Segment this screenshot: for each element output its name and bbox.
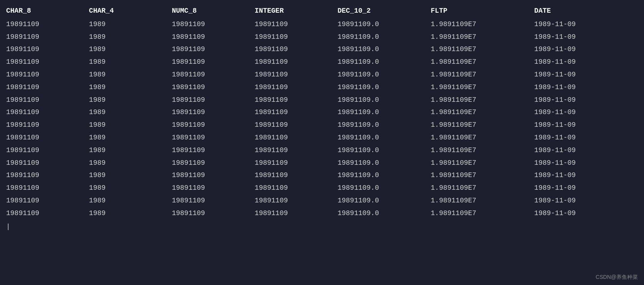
cell-integer: 19891109 bbox=[255, 131, 338, 144]
table-row: 198911091989198911091989110919891109.01.… bbox=[6, 31, 638, 43]
cell-integer: 19891109 bbox=[255, 182, 338, 194]
cell-fltp: 1.9891109E7 bbox=[431, 157, 534, 169]
cell-dec102: 19891109.0 bbox=[337, 169, 431, 182]
cell-numc8: 19891109 bbox=[172, 169, 255, 182]
table-row: 198911091989198911091989110919891109.01.… bbox=[6, 106, 638, 119]
cell-fltp: 1.9891109E7 bbox=[431, 56, 534, 68]
cell-numc8: 19891109 bbox=[172, 18, 255, 31]
table-row: 198911091989198911091989110919891109.01.… bbox=[6, 207, 638, 220]
cell-char4: 1989 bbox=[89, 94, 172, 106]
table-row: 198911091989198911091989110919891109.01.… bbox=[6, 144, 638, 157]
table-row: 198911091989198911091989110919891109.01.… bbox=[6, 43, 638, 56]
table-row: 198911091989198911091989110919891109.01.… bbox=[6, 131, 638, 144]
cell-char4: 1989 bbox=[89, 169, 172, 182]
cell-char4: 1989 bbox=[89, 43, 172, 56]
table-header-row: CHAR_8CHAR_4NUMC_8INTEGERDEC_10_2FLTPDAT… bbox=[6, 4, 638, 18]
cell-date: 1989-11-09 bbox=[534, 169, 638, 182]
cell-char8: 19891109 bbox=[6, 182, 89, 194]
cell-dec102: 19891109.0 bbox=[337, 68, 431, 81]
cell-char4: 1989 bbox=[89, 119, 172, 131]
cell-dec102: 19891109.0 bbox=[337, 94, 431, 106]
data-table: CHAR_8CHAR_4NUMC_8INTEGERDEC_10_2FLTPDAT… bbox=[6, 4, 638, 220]
cell-integer: 19891109 bbox=[255, 18, 338, 31]
cell-numc8: 19891109 bbox=[172, 56, 255, 68]
cell-char4: 1989 bbox=[89, 106, 172, 119]
cell-char4: 1989 bbox=[89, 31, 172, 43]
cell-date: 1989-11-09 bbox=[534, 43, 638, 56]
cell-char8: 19891109 bbox=[6, 106, 89, 119]
cell-dec102: 19891109.0 bbox=[337, 182, 431, 194]
cell-char8: 19891109 bbox=[6, 68, 89, 81]
cell-char8: 19891109 bbox=[6, 207, 89, 220]
cell-char4: 1989 bbox=[89, 68, 172, 81]
cell-char8: 19891109 bbox=[6, 157, 89, 169]
column-header-fltp: FLTP bbox=[431, 4, 534, 18]
cell-dec102: 19891109.0 bbox=[337, 194, 431, 207]
column-header-dec102: DEC_10_2 bbox=[337, 4, 431, 18]
cell-numc8: 19891109 bbox=[172, 106, 255, 119]
cell-fltp: 1.9891109E7 bbox=[431, 131, 534, 144]
cell-numc8: 19891109 bbox=[172, 119, 255, 131]
cell-integer: 19891109 bbox=[255, 207, 338, 220]
cell-date: 1989-11-09 bbox=[534, 144, 638, 157]
cell-date: 1989-11-09 bbox=[534, 31, 638, 43]
cell-char8: 19891109 bbox=[6, 31, 89, 43]
cell-dec102: 19891109.0 bbox=[337, 106, 431, 119]
cell-integer: 19891109 bbox=[255, 56, 338, 68]
cell-date: 1989-11-09 bbox=[534, 56, 638, 68]
cell-integer: 19891109 bbox=[255, 169, 338, 182]
table-row: 198911091989198911091989110919891109.01.… bbox=[6, 94, 638, 106]
cell-fltp: 1.9891109E7 bbox=[431, 182, 534, 194]
cell-date: 1989-11-09 bbox=[534, 119, 638, 131]
cell-date: 1989-11-09 bbox=[534, 194, 638, 207]
cell-integer: 19891109 bbox=[255, 81, 338, 94]
cell-fltp: 1.9891109E7 bbox=[431, 144, 534, 157]
cell-char8: 19891109 bbox=[6, 119, 89, 131]
cell-dec102: 19891109.0 bbox=[337, 157, 431, 169]
cell-numc8: 19891109 bbox=[172, 81, 255, 94]
cell-date: 1989-11-09 bbox=[534, 131, 638, 144]
cell-numc8: 19891109 bbox=[172, 144, 255, 157]
column-header-date: DATE bbox=[534, 4, 638, 18]
cell-dec102: 19891109.0 bbox=[337, 43, 431, 56]
cell-date: 1989-11-09 bbox=[534, 157, 638, 169]
cell-dec102: 19891109.0 bbox=[337, 81, 431, 94]
table-row: 198911091989198911091989110919891109.01.… bbox=[6, 182, 638, 194]
cell-integer: 19891109 bbox=[255, 68, 338, 81]
cell-char4: 1989 bbox=[89, 194, 172, 207]
cell-fltp: 1.9891109E7 bbox=[431, 94, 534, 106]
cell-char8: 19891109 bbox=[6, 194, 89, 207]
cell-numc8: 19891109 bbox=[172, 194, 255, 207]
cursor-line: | bbox=[6, 221, 638, 232]
cell-dec102: 19891109.0 bbox=[337, 31, 431, 43]
cell-integer: 19891109 bbox=[255, 106, 338, 119]
table-row: 198911091989198911091989110919891109.01.… bbox=[6, 119, 638, 131]
table-row: 198911091989198911091989110919891109.01.… bbox=[6, 18, 638, 31]
cell-integer: 19891109 bbox=[255, 144, 338, 157]
cell-char8: 19891109 bbox=[6, 18, 89, 31]
cell-char4: 1989 bbox=[89, 56, 172, 68]
cell-integer: 19891109 bbox=[255, 194, 338, 207]
watermark: CSDN@养鱼种菜 bbox=[596, 273, 638, 281]
cell-date: 1989-11-09 bbox=[534, 68, 638, 81]
cell-char4: 1989 bbox=[89, 207, 172, 220]
cell-numc8: 19891109 bbox=[172, 207, 255, 220]
cell-fltp: 1.9891109E7 bbox=[431, 31, 534, 43]
cell-numc8: 19891109 bbox=[172, 31, 255, 43]
cell-char4: 1989 bbox=[89, 182, 172, 194]
cell-fltp: 1.9891109E7 bbox=[431, 194, 534, 207]
cell-integer: 19891109 bbox=[255, 31, 338, 43]
cell-char8: 19891109 bbox=[6, 56, 89, 68]
cell-fltp: 1.9891109E7 bbox=[431, 68, 534, 81]
cell-char8: 19891109 bbox=[6, 81, 89, 94]
cell-fltp: 1.9891109E7 bbox=[431, 207, 534, 220]
cell-dec102: 19891109.0 bbox=[337, 207, 431, 220]
cell-date: 1989-11-09 bbox=[534, 94, 638, 106]
column-header-char4: CHAR_4 bbox=[89, 4, 172, 18]
cell-numc8: 19891109 bbox=[172, 157, 255, 169]
table-row: 198911091989198911091989110919891109.01.… bbox=[6, 194, 638, 207]
table-row: 198911091989198911091989110919891109.01.… bbox=[6, 68, 638, 81]
cell-date: 1989-11-09 bbox=[534, 18, 638, 31]
cell-char4: 1989 bbox=[89, 144, 172, 157]
cell-char4: 1989 bbox=[89, 157, 172, 169]
